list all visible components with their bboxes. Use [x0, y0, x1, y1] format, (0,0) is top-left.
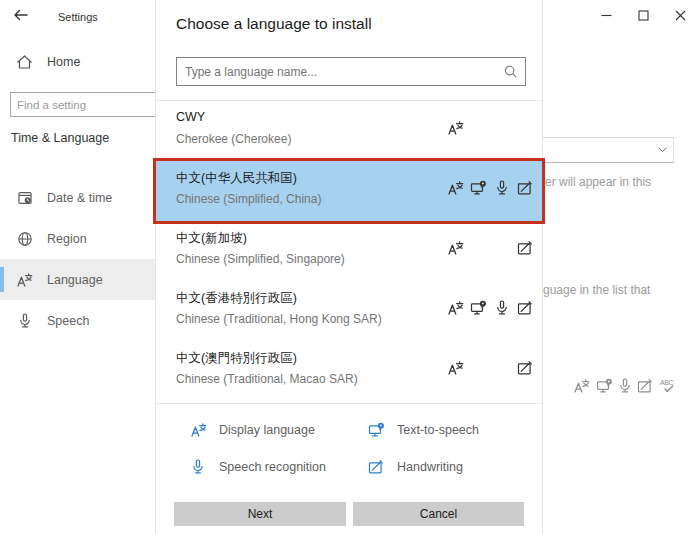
- language-native-name: 中文(中华人民共和国): [176, 170, 297, 187]
- background-text-fragment: guage in the list that: [543, 283, 650, 297]
- sidebar-section-title: Time & Language: [11, 131, 109, 145]
- sidebar-item-speech[interactable]: Speech: [0, 300, 155, 341]
- legend-label: Handwriting: [397, 460, 463, 474]
- handwriting-icon: [513, 360, 536, 376]
- spellcheck-icon: ABC: [659, 378, 678, 394]
- text-to-speech-icon: [596, 378, 613, 394]
- language-english-name: Cherokee (Cherokee): [176, 132, 291, 146]
- text-to-speech-icon: [367, 422, 385, 438]
- speech-recognition-icon: [490, 180, 513, 196]
- language-english-name: Chinese (Simplified, China): [176, 192, 321, 206]
- speech-recognition-icon: [189, 459, 207, 475]
- display-language-icon: [16, 272, 33, 288]
- handwriting-icon: [513, 180, 536, 196]
- legend-label: Display language: [219, 423, 315, 437]
- language-row[interactable]: 中文(澳門特別行政區)Chinese (Traditional, Macao S…: [156, 341, 542, 401]
- language-feature-icons-row: ABC: [573, 378, 678, 394]
- find-a-setting-input[interactable]: [10, 92, 160, 117]
- close-button[interactable]: [675, 10, 686, 21]
- minimize-button[interactable]: [601, 10, 612, 21]
- window-title: Settings: [58, 11, 98, 23]
- legend-item: Handwriting: [367, 459, 479, 475]
- sidebar-item-label: Date & time: [47, 191, 112, 205]
- language-row[interactable]: 中文(香港特別行政區)Chinese (Traditional, Hong Ko…: [156, 281, 542, 341]
- language-list: CWYCherokee (Cherokee)中文(中华人民共和国)Chinese…: [156, 101, 542, 401]
- speech-recognition-icon: [619, 378, 631, 394]
- datetime-icon: [16, 190, 33, 206]
- handwriting-icon: [513, 240, 536, 256]
- language-row[interactable]: 中文(新加坡)Chinese (Simplified, Singapore): [156, 221, 542, 281]
- windows-display-language-dropdown[interactable]: [543, 137, 674, 163]
- text-to-speech-icon: [467, 300, 490, 316]
- sidebar-item-label: Language: [47, 273, 103, 287]
- settings-sidebar: Settings Home Time & Language Date & tim…: [0, 0, 155, 534]
- language-row[interactable]: 中文(中华人民共和国)Chinese (Simplified, China): [156, 161, 542, 221]
- background-text-fragment: er will appear in this: [545, 175, 651, 189]
- sidebar-nav: Date & timeRegionLanguageSpeech: [0, 177, 155, 341]
- display-language-icon: [444, 120, 467, 136]
- legend-item: Speech recognition: [189, 459, 367, 475]
- region-icon: [16, 231, 33, 247]
- display-language-icon: [444, 360, 467, 376]
- search-icon: [504, 65, 517, 78]
- sidebar-item-region[interactable]: Region: [0, 218, 155, 259]
- chevron-down-icon: [658, 147, 667, 153]
- back-arrow-icon[interactable]: [13, 7, 29, 23]
- dialog-title: Choose a language to install: [176, 15, 372, 33]
- language-feature-icons: [444, 180, 536, 196]
- language-native-name: 中文(新加坡): [176, 230, 247, 247]
- window-controls: [601, 10, 686, 21]
- handwriting-icon: [367, 459, 385, 475]
- language-english-name: Chinese (Traditional, Macao SAR): [176, 372, 358, 386]
- legend-item: Text-to-speech: [367, 422, 479, 438]
- legend-item: Display language: [189, 422, 367, 438]
- display-language-icon: [444, 300, 467, 316]
- language-search-input[interactable]: [176, 57, 526, 86]
- sidebar-item-label: Region: [47, 232, 87, 246]
- text-to-speech-icon: [467, 180, 490, 196]
- display-language-icon: [189, 422, 207, 438]
- language-feature-icons: [444, 240, 536, 256]
- language-feature-icons: [444, 360, 536, 376]
- sidebar-item-date-time[interactable]: Date & time: [0, 177, 155, 218]
- display-language-icon: [444, 180, 467, 196]
- language-native-name: CWY: [176, 110, 205, 124]
- choose-language-dialog: Choose a language to install CWYCherokee…: [155, 0, 543, 534]
- language-english-name: Chinese (Traditional, Hong Kong SAR): [176, 312, 382, 326]
- language-feature-icons: [444, 120, 536, 136]
- legend-label: Text-to-speech: [397, 423, 479, 437]
- display-language-icon: [573, 378, 590, 394]
- sidebar-item-home[interactable]: Home: [16, 54, 80, 70]
- display-language-icon: [444, 240, 467, 256]
- language-english-name: Chinese (Simplified, Singapore): [176, 252, 345, 266]
- language-row[interactable]: CWYCherokee (Cherokee): [156, 101, 542, 161]
- svg-text:ABC: ABC: [660, 379, 674, 386]
- sidebar-item-label: Speech: [47, 314, 89, 328]
- handwriting-icon: [637, 378, 653, 394]
- maximize-button[interactable]: [638, 10, 649, 21]
- legend-label: Speech recognition: [219, 460, 326, 474]
- language-native-name: 中文(澳門特別行政區): [176, 350, 297, 367]
- feature-legend: Display languageText-to-speechSpeech rec…: [156, 403, 542, 494]
- speech-recognition-icon: [490, 300, 513, 316]
- sidebar-home-label: Home: [47, 55, 80, 69]
- language-feature-icons: [444, 300, 536, 316]
- speech-recognition-icon: [16, 313, 33, 329]
- cancel-button[interactable]: Cancel: [353, 502, 524, 526]
- home-icon: [16, 54, 33, 70]
- language-native-name: 中文(香港特別行政區): [176, 290, 297, 307]
- next-button[interactable]: Next: [174, 502, 346, 526]
- sidebar-item-language[interactable]: Language: [0, 259, 155, 300]
- handwriting-icon: [513, 300, 536, 316]
